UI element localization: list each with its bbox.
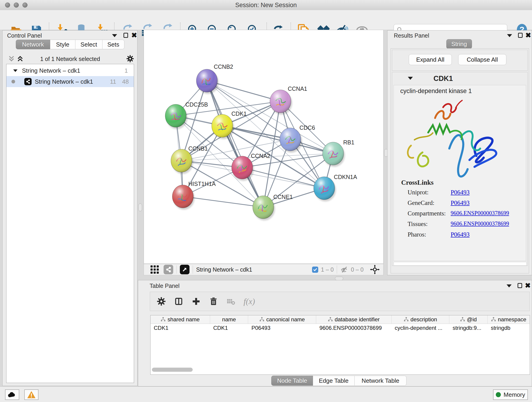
column-header-namespace[interactable]: namespace (488, 315, 530, 324)
show-columns-icon[interactable] (172, 295, 185, 307)
warning-button[interactable] (24, 389, 38, 400)
crosslink-compartments-link[interactable]: 9606.ENSP00000378699 (451, 210, 509, 216)
gene-name: CDK1 (433, 75, 453, 83)
node-table: shared name name canonical name database… (150, 315, 530, 375)
crosslink-pharos-link[interactable]: P06493 (451, 231, 470, 238)
column-header-name[interactable]: name (210, 315, 248, 324)
column-header-id[interactable]: @id (449, 315, 488, 324)
edge-count: 48 (122, 78, 129, 85)
add-column-icon[interactable] (190, 295, 202, 307)
hidden-eye-icon (340, 266, 348, 273)
tab-network-table[interactable]: Network Table (355, 376, 406, 386)
memory-button[interactable]: Memory (493, 389, 528, 400)
network-row-selected[interactable]: String Network – cdk1 11 48 (6, 76, 134, 87)
network-list-toolbar: 1 of 1 Network selected (2, 53, 138, 64)
panel-menu-icon[interactable] (507, 34, 512, 37)
node-label-CCNB2: CCNB2 (214, 64, 233, 70)
panel-close-icon[interactable]: ✖ (525, 283, 531, 288)
network-selection-status: 1 of 1 Network selected (2, 56, 138, 62)
tab-edge-table[interactable]: Edge Table (313, 376, 355, 386)
toolbar-separator (337, 265, 337, 274)
cell-id[interactable]: stringdb:9... (449, 324, 488, 332)
section-collapse-icon[interactable] (408, 77, 413, 80)
delete-column-trash-icon[interactable] (207, 295, 220, 307)
tab-select[interactable]: Select (75, 40, 102, 49)
gene-section: CDK1 cyclin-dependent kinase 1 (392, 72, 528, 266)
network-node-HIST1H1A[interactable]: HIST1H1A (172, 181, 216, 210)
column-header-database-identifier[interactable]: database identifier (316, 315, 392, 324)
column-header-shared-name[interactable]: shared name (151, 315, 210, 324)
network-view-title: String Network – cdk1 (196, 266, 252, 273)
column-header-canonical-name[interactable]: canonical name (248, 315, 316, 324)
control-panel-tabs: Network Style Select Sets (16, 40, 124, 49)
panel-menu-icon[interactable] (112, 34, 117, 37)
cloud-button[interactable] (5, 389, 19, 400)
results-scroll-area: Expand All Collapse All CDK1 cyclin-depe… (391, 48, 529, 274)
cell-database-identifier[interactable]: 9606.ENSP00000378699 (316, 324, 392, 332)
crosslink-genecard-link[interactable]: P06493 (451, 199, 470, 206)
horizontal-scrollbar-thumb[interactable] (152, 368, 193, 372)
network-collection-label: String Network – cdk1 (22, 67, 80, 74)
table-settings-gear-icon[interactable] (155, 295, 167, 307)
protein-structure-image (401, 99, 520, 188)
panel-float-icon[interactable] (518, 33, 523, 38)
gene-details: cyclin-dependent kinase 1 (394, 85, 526, 261)
panel-menu-icon[interactable] (507, 284, 512, 287)
tab-style[interactable]: Style (50, 40, 75, 49)
network-node-CCNE1[interactable]: CCNE1 (253, 194, 293, 220)
selected-checkbox-icon[interactable] (312, 267, 318, 273)
network-node-CDKN1A[interactable]: CDKN1A (314, 174, 357, 201)
birdseye-share-icon[interactable] (164, 265, 173, 274)
cell-name[interactable]: CDK1 (210, 324, 248, 332)
cell-namespace[interactable]: stringdb (488, 324, 530, 332)
network-node-CCNB2[interactable]: CCNB2 (196, 64, 233, 94)
table-panel: Table Panel ✖ f(x) shared name name (138, 280, 532, 386)
cell-description[interactable]: cyclin-dependent ... (392, 324, 450, 332)
expand-collapse-bar: Expand All Collapse All (392, 50, 528, 71)
cell-canonical-name[interactable]: P06493 (248, 324, 316, 332)
node-label-CDK1: CDK1 (231, 110, 247, 117)
network-node-RB1[interactable]: RB1 (323, 139, 355, 167)
network-label: String Network – cdk1 (35, 78, 93, 85)
network-node-CDC6[interactable]: CDC6 (280, 124, 315, 153)
splitter-handle[interactable] (335, 277, 343, 280)
table-row[interactable]: CDK1 CDK1 P06493 9606.ENSP00000378699 cy… (151, 324, 530, 332)
panel-float-icon[interactable] (518, 283, 522, 288)
panel-close-icon[interactable]: ✖ (131, 33, 137, 38)
control-panel-title: Control Panel (7, 32, 42, 39)
crosslink-row: Pharos: (408, 231, 426, 238)
gene-section-header[interactable]: CDK1 (392, 72, 528, 85)
tab-sets[interactable]: Sets (102, 40, 124, 49)
network-node-CCNA1[interactable]: CCNA1 (270, 85, 307, 115)
panel-close-icon[interactable]: ✖ (525, 33, 531, 38)
tree-expand-icon[interactable] (13, 69, 18, 72)
crosshair-icon[interactable] (370, 265, 380, 274)
network-canvas[interactable]: CCNB2CCNA1CDC25BCDK1CDC6RB1CCNB1CCNA2CDK… (144, 30, 384, 264)
tab-network[interactable]: Network (16, 40, 50, 49)
tab-string[interactable]: String (446, 39, 472, 49)
panel-float-icon[interactable] (123, 33, 128, 38)
table-tabs: Node Table Edge Table Network Table (271, 376, 406, 385)
grid-view-icon[interactable] (150, 265, 159, 274)
collapse-all-button[interactable]: Collapse All (458, 54, 506, 65)
network-collection-row[interactable]: String Network – cdk1 1 (6, 65, 134, 76)
toolbar-separator (193, 265, 193, 274)
node-label-CDC25B: CDC25B (185, 101, 208, 108)
network-edge-HIST1H1A-CCNE1[interactable] (183, 196, 263, 207)
crosslink-label: Tissues: (408, 220, 428, 227)
splitter-handle[interactable] (138, 204, 142, 211)
table-toolbar: f(x) (150, 292, 530, 311)
window-title: Session: New Session (0, 0, 532, 10)
crosslink-uniprot-link[interactable]: P06493 (451, 189, 470, 196)
table-header-row: shared name name canonical name database… (151, 315, 530, 324)
crosslink-tissues-link[interactable]: 9606.ENSP00000378699 (451, 220, 509, 227)
control-panel: Control Panel ✖ Network Style Select Set… (2, 30, 138, 386)
network-node-CDC25B[interactable]: CDC25B (165, 101, 208, 129)
detach-view-icon[interactable] (180, 265, 190, 274)
expand-all-button[interactable]: Expand All (409, 54, 452, 65)
network-edge-CCNB2-CCNE1[interactable] (207, 81, 263, 207)
column-header-description[interactable]: description (392, 315, 450, 324)
gear-icon[interactable] (126, 55, 134, 63)
cell-shared-name[interactable]: CDK1 (151, 324, 210, 332)
tab-node-table[interactable]: Node Table (271, 376, 313, 386)
